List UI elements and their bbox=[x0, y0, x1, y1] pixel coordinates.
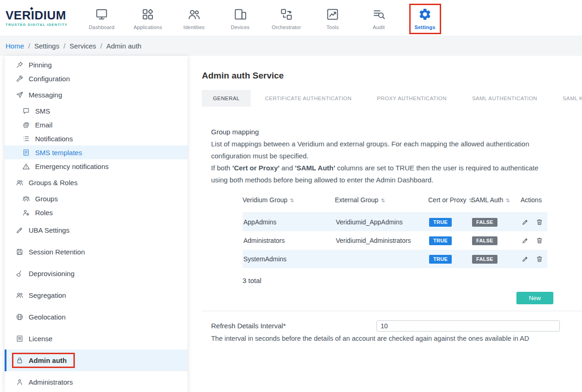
sidebar-item-sms[interactable]: SMS bbox=[5, 104, 188, 118]
sidebar-item-messaging[interactable]: Messaging bbox=[5, 85, 188, 104]
nav-item-label: Settings bbox=[415, 24, 436, 30]
tab-label: SAML KE bbox=[563, 96, 582, 101]
delete-icon[interactable] bbox=[536, 218, 543, 226]
nav-item-devices[interactable]: Devices bbox=[217, 4, 263, 34]
breadcrumb-separator: / bbox=[28, 42, 30, 50]
group-mapping-description-2: If both 'Cert or Proxy' and 'SAML Auth' … bbox=[211, 162, 557, 186]
delete-icon[interactable] bbox=[536, 237, 543, 244]
sidebar-item-administrators[interactable]: Administrators bbox=[5, 371, 188, 392]
person-icon bbox=[16, 378, 24, 386]
sidebar-item-groups-roles[interactable]: Groups & Roles bbox=[5, 173, 188, 192]
nav-item-label: Applications bbox=[133, 24, 162, 30]
group-mapping-section: Group mapping List of mappings between a… bbox=[211, 128, 582, 304]
breadcrumb-label: Services bbox=[70, 42, 97, 50]
nav-item-audit[interactable]: Audit bbox=[356, 4, 402, 34]
edit-icon[interactable] bbox=[521, 237, 529, 244]
nav-item-label: Identities bbox=[183, 24, 205, 30]
sidebar-item-label: Groups bbox=[35, 195, 58, 203]
sms-icon bbox=[22, 107, 30, 115]
sidebar: Pinning Configuration Messaging bbox=[5, 56, 188, 392]
column-header-cert-or-proxy[interactable]: Cert or Proxy⇅ bbox=[428, 196, 471, 204]
tab-saml-ke[interactable]: SAML KE bbox=[563, 90, 582, 107]
sidebar-item-label: Notifications bbox=[35, 135, 73, 143]
globe-icon bbox=[16, 313, 24, 321]
edit-icon[interactable] bbox=[521, 255, 529, 263]
sidebar-item-pinning[interactable]: Pinning bbox=[5, 58, 188, 72]
sidebar-item-configuration[interactable]: Configuration bbox=[5, 72, 188, 85]
sidebar-item-session-retention[interactable]: Session Retention bbox=[5, 241, 188, 263]
description-segment: and bbox=[279, 164, 295, 172]
breadcrumb-item-home[interactable]: /Home bbox=[6, 42, 24, 50]
tab-general[interactable]: GENERAL bbox=[202, 90, 251, 107]
veridium-group-cell: Administrators bbox=[242, 237, 335, 244]
column-header-saml-auth[interactable]: SAML Auth⇅ bbox=[471, 196, 521, 204]
section-divider bbox=[202, 311, 582, 311]
breadcrumb-item-services[interactable]: /Services bbox=[59, 42, 96, 50]
column-header-actions[interactable]: Actions⇅ bbox=[521, 196, 547, 204]
saml-auth-badge: FALSE bbox=[472, 218, 497, 227]
sort-icon[interactable]: ⇅ bbox=[290, 196, 294, 204]
sidebar-item-label: License bbox=[29, 335, 53, 343]
sidebar-item-notifications[interactable]: Notifications bbox=[5, 132, 188, 145]
app-window: VERIDIUM TRUSTED DIGITAL IDENTITY Dashbo… bbox=[0, 0, 582, 392]
sidebar-item-geolocation[interactable]: Geolocation bbox=[5, 306, 188, 328]
sidebar-item-admin-auth[interactable]: Admin auth bbox=[5, 350, 188, 371]
groups-roles-icon bbox=[16, 179, 24, 187]
pen-icon bbox=[16, 226, 24, 234]
row-actions bbox=[521, 255, 547, 263]
sidebar-item-roles[interactable]: Roles bbox=[5, 205, 188, 219]
sidebar-item-label: Session Retention bbox=[29, 248, 85, 256]
sidebar-item-label: Roles bbox=[35, 209, 53, 217]
nav-item-label: Audit bbox=[373, 24, 385, 30]
main-panel: Admin auth Service GENERAL CERTIFICATE A… bbox=[188, 56, 582, 392]
sidebar-item-label: Deprovisioning bbox=[29, 270, 74, 277]
column-header-veridium-group[interactable]: Veridium Group⇅ bbox=[242, 196, 335, 204]
email-icon: @ bbox=[22, 121, 30, 129]
sidebar-item-groups[interactable]: Groups bbox=[5, 192, 188, 205]
tab-certificate-authentication[interactable]: CERTIFICATE AUTHENTICATION bbox=[265, 90, 352, 107]
breadcrumb-item-settings[interactable]: /Settings bbox=[24, 42, 59, 50]
sidebar-item-sms-templates[interactable]: SMS templates bbox=[5, 145, 188, 159]
group-mapping-description: List of mappings between a Veridium and … bbox=[211, 138, 557, 162]
identities-icon bbox=[187, 7, 201, 21]
cert-or-proxy-badge: TRUE bbox=[429, 236, 452, 245]
tab-label: GENERAL bbox=[213, 96, 240, 101]
new-button[interactable]: New bbox=[516, 292, 553, 304]
sort-icon[interactable]: ⇅ bbox=[506, 196, 510, 204]
nav-item-identities[interactable]: Identities bbox=[171, 4, 217, 34]
column-header-external-group[interactable]: External Group⇅ bbox=[335, 196, 428, 204]
breadcrumb-item-admin-auth[interactable]: /Admin auth bbox=[96, 42, 141, 50]
cert-or-proxy-badge: TRUE bbox=[429, 218, 452, 227]
tab-label: PROXY AUTHENTICATION bbox=[377, 96, 447, 101]
sidebar-item-deprovisioning[interactable]: Deprovisioning bbox=[5, 263, 188, 284]
sidebar-item-label: SMS templates bbox=[35, 149, 82, 157]
tab-proxy-authentication[interactable]: PROXY AUTHENTICATION bbox=[377, 90, 447, 107]
saml-auth-badge: FALSE bbox=[472, 255, 497, 264]
nav-item-settings[interactable]: Settings bbox=[402, 4, 448, 34]
delete-icon[interactable] bbox=[536, 255, 543, 263]
external-group-cell: Veridiumid_Administrators bbox=[335, 237, 428, 244]
page-title: Admin auth Service bbox=[202, 71, 582, 81]
nav-item-orchestrator[interactable]: Orchestrator bbox=[263, 4, 309, 34]
sidebar-item-segregation[interactable]: Segregation bbox=[5, 284, 188, 306]
groups-icon bbox=[22, 195, 30, 203]
column-header-label: Cert or Proxy bbox=[428, 196, 466, 204]
sidebar-item-emergency-notifications[interactable]: Emergency notifications bbox=[5, 159, 188, 173]
sidebar-item-license[interactable]: License bbox=[5, 328, 188, 350]
sort-icon[interactable]: ⇅ bbox=[381, 196, 385, 204]
refresh-interval-input[interactable] bbox=[376, 320, 560, 332]
nav-item-dashboard[interactable]: Dashboard bbox=[79, 4, 125, 34]
cert-or-proxy-badge: TRUE bbox=[429, 255, 452, 264]
sidebar-item-uba-settings[interactable]: UBA Settings bbox=[5, 219, 188, 241]
breadcrumb-separator: / bbox=[63, 42, 65, 50]
warning-icon bbox=[22, 163, 30, 170]
license-icon bbox=[16, 335, 24, 343]
edit-icon[interactable] bbox=[521, 218, 529, 226]
tab-saml-authentication[interactable]: SAML AUTHENTICATION bbox=[472, 90, 537, 107]
sidebar-item-label: Groups & Roles bbox=[29, 179, 78, 187]
sidebar-item-label: Admin auth bbox=[29, 356, 67, 364]
logo-tagline: TRUSTED DIGITAL IDENTITY bbox=[6, 23, 76, 27]
nav-item-applications[interactable]: Applications bbox=[125, 4, 171, 34]
sidebar-item-email[interactable]: @ Email bbox=[5, 118, 188, 132]
nav-item-tools[interactable]: Tools bbox=[309, 4, 356, 34]
